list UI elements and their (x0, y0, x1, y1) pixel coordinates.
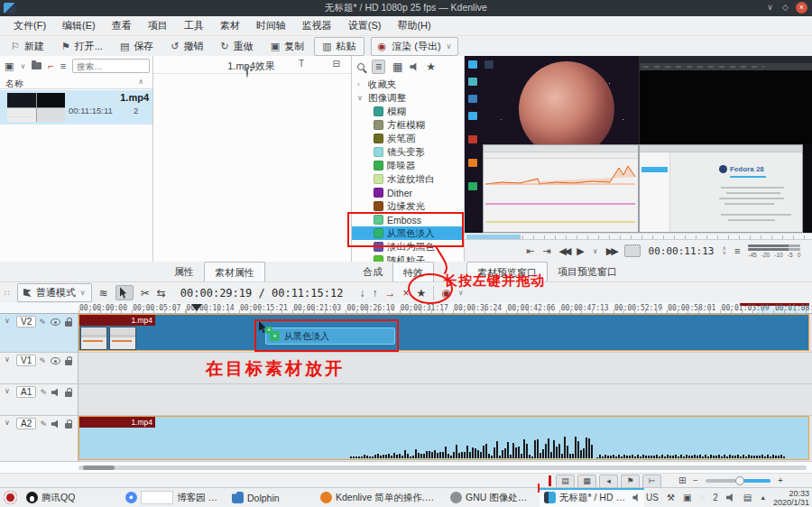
display-tray-icon[interactable]: ▣ (683, 493, 691, 502)
menu-item-0[interactable]: 文件(F) (5, 16, 54, 35)
tools-tray-icon[interactable]: ⚒ (667, 493, 675, 502)
bin-menu-icon[interactable]: ≡ (60, 60, 66, 71)
menu-item-3[interactable]: 项目 (140, 16, 176, 35)
zone-mode-button[interactable] (624, 244, 641, 257)
effect-item-4[interactable]: 降噪器 (352, 159, 464, 172)
effect-item-7[interactable]: 边缘发光 (352, 199, 464, 213)
network-tray-icon[interactable]: ◌ (699, 493, 705, 502)
timeline-ruler[interactable]: 00:00:00:0000:00:05:0700:00:10:1400:00:1… (0, 303, 812, 314)
clock[interactable]: 20:33 2020/1/31 (773, 489, 809, 507)
track-header-a2[interactable]: ∨A2✎ (0, 416, 78, 462)
delete-clip-icon[interactable]: ⌐ (48, 60, 53, 71)
maximize-button[interactable]: ◇ (780, 2, 791, 14)
razor-tool-icon[interactable]: ✂ (141, 287, 150, 300)
spacer-tool-icon[interactable]: ⇆ (157, 287, 166, 300)
app-launcher-icon[interactable] (4, 491, 17, 504)
zone-end-icon[interactable]: ⇥ (542, 245, 550, 257)
tray-expander-icon[interactable]: ▲ (760, 494, 766, 501)
timeline-toggle-2[interactable]: ◂ (599, 475, 618, 488)
favorite-effects-icon[interactable]: ★ (426, 60, 436, 73)
timeline-toggle-0[interactable]: ▤ (556, 475, 575, 488)
menu-item-4[interactable]: 工具 (176, 16, 212, 35)
input-method-tray-icon[interactable]: 2 (713, 493, 718, 502)
menu-item-2[interactable]: 查看 (104, 16, 140, 35)
edit-mode-combo[interactable]: 普通模式 ∨ (17, 283, 92, 302)
chevron-down-icon[interactable]: ∨ (458, 289, 464, 297)
chevron-down-icon[interactable]: ∨ (5, 355, 10, 364)
keyboard-layout-indicator[interactable]: US (646, 493, 659, 502)
task-kdenlive-doc[interactable]: Kdenlive 简单的操作.md… (316, 488, 442, 507)
audio-effects-icon[interactable] (410, 62, 419, 71)
lock-track-icon[interactable] (65, 321, 72, 327)
task-chrome[interactable]: 博客园 - Chro… (121, 488, 222, 507)
monitor-tab-1[interactable]: 项目预览窗口 (548, 262, 627, 282)
menu-item-7[interactable]: 监视器 (294, 16, 340, 35)
effects-icon[interactable]: ✎ (40, 419, 47, 429)
copy-button[interactable]: ▣复制 (263, 37, 311, 56)
timecode-spinner[interactable]: ∧∨ (722, 246, 725, 255)
task-gimp[interactable]: GNU 图像处理程序 (446, 488, 536, 507)
track-lane-v2[interactable]: 1.mp4 + + 从黑色淡入 (78, 314, 812, 353)
play-icon[interactable]: ▶ (577, 245, 584, 257)
compositions-tab-1[interactable]: 特效 (392, 262, 434, 282)
properties-tab-0[interactable]: 属性 (164, 262, 204, 282)
timeline-toggle-4[interactable]: ⊢ (642, 475, 661, 488)
search-icon[interactable] (357, 63, 364, 70)
effect-item-10[interactable]: 淡出为黑色 (352, 240, 464, 254)
effects-icon[interactable]: ✎ (39, 318, 46, 327)
monitor-menu-icon[interactable]: ≡ (734, 245, 740, 256)
save-button[interactable]: ▤保存 (113, 37, 161, 56)
track-lane-a2[interactable]: 1.mp4 (78, 416, 812, 462)
collapse-all-icon[interactable]: ⊟ (333, 59, 340, 69)
hide-track-icon[interactable] (51, 357, 60, 364)
track-header-v2[interactable]: ∨V2✎ (0, 314, 78, 353)
lock-track-icon[interactable] (65, 360, 72, 365)
bin-column-header[interactable]: 名称 ∧ (0, 76, 152, 89)
hide-track-icon[interactable] (51, 318, 60, 326)
menu-item-8[interactable]: 设置(S) (340, 16, 390, 35)
effect-item-11[interactable]: 随机粒子 (352, 254, 464, 262)
bin-clip-row[interactable]: 1.mp4 00:11:15:11 2 (0, 90, 152, 124)
extract-zone-icon[interactable]: → (384, 287, 395, 300)
task-qq[interactable]: 腾讯QQ (22, 488, 112, 507)
fx-category-favorites[interactable]: ›收藏夹 (352, 78, 464, 91)
effect-item-1[interactable]: 方框模糊 (352, 118, 464, 132)
mute-track-icon[interactable] (51, 388, 60, 397)
delete-zone-icon[interactable]: × (402, 287, 409, 300)
clipboard-tray-icon[interactable]: ▤ (743, 493, 752, 502)
undo-button[interactable]: ↺撤销 (163, 37, 210, 56)
redo-button[interactable]: ↻重做 (214, 37, 261, 56)
list-view-button[interactable]: ≡ (372, 60, 385, 74)
track-lane-a1[interactable] (78, 384, 812, 416)
playhead-marker[interactable] (191, 304, 202, 311)
fx-category-adjust[interactable]: ∨图像调整 (352, 91, 464, 105)
paste-button[interactable]: ▥粘贴 (314, 37, 364, 56)
minimize-button[interactable]: ∨ (764, 2, 776, 14)
effects-icon[interactable]: ✎ (39, 356, 46, 365)
open-button[interactable]: ⚑打开... (54, 37, 110, 56)
mute-track-icon[interactable] (51, 419, 60, 429)
lock-track-icon[interactable] (65, 423, 72, 429)
scrollbar-thumb[interactable] (83, 466, 115, 470)
horizontal-scrollbar[interactable] (78, 466, 807, 470)
menu-item-6[interactable]: 时间轴 (248, 16, 294, 35)
bin-search-input[interactable] (72, 59, 150, 73)
timeline-toggle-1[interactable]: ▦ (577, 475, 596, 488)
track-header-a1[interactable]: ∨A1✎ (0, 384, 78, 416)
effect-item-3[interactable]: 镜头变形 (352, 145, 464, 159)
selection-tool-button[interactable] (115, 285, 134, 300)
monitor-zone-bar[interactable] (465, 233, 812, 240)
filter-icon[interactable]: T (299, 59, 304, 69)
volume-tray-icon[interactable] (726, 493, 735, 502)
add-clip-button[interactable]: ▣ (5, 60, 14, 72)
menu-item-9[interactable]: 帮助(H) (389, 16, 438, 35)
monitor-video-frame[interactable]: Fedora 28 (465, 56, 812, 233)
zoom-fit-icon[interactable]: ⊞ (678, 475, 686, 485)
zoom-out-icon[interactable]: − (693, 475, 698, 485)
effects-icon[interactable]: ✎ (40, 388, 47, 397)
lock-track-icon[interactable] (65, 392, 72, 397)
render-button[interactable]: ◉ 渲染 (导出) ∨ (371, 37, 459, 56)
create-folder-icon[interactable] (32, 62, 42, 69)
chevron-down-icon[interactable]: ∨ (20, 62, 25, 70)
audio-clip-a2[interactable]: 1.mp4 (78, 416, 809, 460)
